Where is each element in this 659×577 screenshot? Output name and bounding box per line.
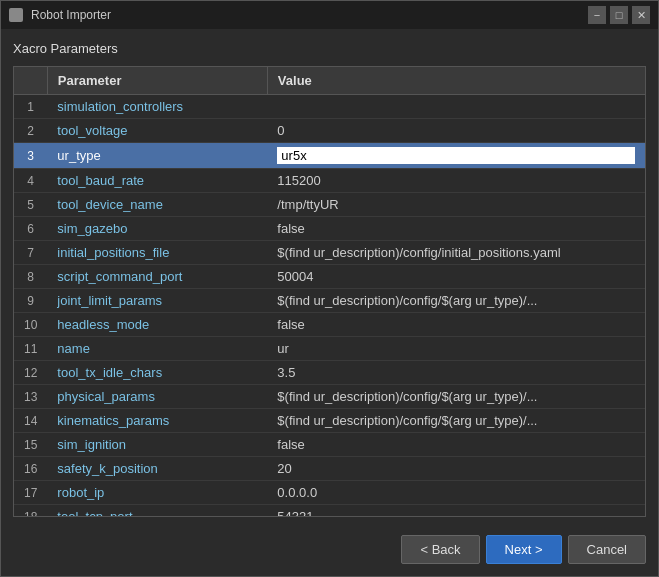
table-body: 1simulation_controllers2tool_voltage03ur… xyxy=(14,95,645,518)
row-value: 54321 xyxy=(267,505,645,518)
table-row[interactable]: 17robot_ip0.0.0.0 xyxy=(14,481,645,505)
row-number: 13 xyxy=(14,385,47,409)
row-param: joint_limit_params xyxy=(47,289,267,313)
row-param: tool_tx_idle_chars xyxy=(47,361,267,385)
table-row[interactable]: 10headless_modefalse xyxy=(14,313,645,337)
row-param: tool_device_name xyxy=(47,193,267,217)
row-number: 10 xyxy=(14,313,47,337)
row-number: 2 xyxy=(14,119,47,143)
row-value: 0.0.0.0 xyxy=(267,481,645,505)
table-row[interactable]: 5tool_device_name/tmp/ttyUR xyxy=(14,193,645,217)
row-number: 11 xyxy=(14,337,47,361)
table-row[interactable]: 6sim_gazebofalse xyxy=(14,217,645,241)
params-table-container[interactable]: Parameter Value 1simulation_controllers2… xyxy=(13,66,646,517)
back-button[interactable]: < Back xyxy=(401,535,479,564)
title-bar-left: Robot Importer xyxy=(9,8,111,22)
row-value: false xyxy=(267,217,645,241)
row-value: 20 xyxy=(267,457,645,481)
row-param: sim_gazebo xyxy=(47,217,267,241)
section-title: Xacro Parameters xyxy=(13,41,646,56)
row-value: 0 xyxy=(267,119,645,143)
table-row[interactable]: 8script_command_port50004 xyxy=(14,265,645,289)
col-parameter-header: Parameter xyxy=(47,67,267,95)
table-row[interactable]: 18tool_tcp_port54321 xyxy=(14,505,645,518)
table-row[interactable]: 14kinematics_params$(find ur_description… xyxy=(14,409,645,433)
params-table: Parameter Value 1simulation_controllers2… xyxy=(14,67,645,517)
row-number: 4 xyxy=(14,169,47,193)
table-row[interactable]: 1simulation_controllers xyxy=(14,95,645,119)
next-button[interactable]: Next > xyxy=(486,535,562,564)
row-number: 14 xyxy=(14,409,47,433)
row-value: 3.5 xyxy=(267,361,645,385)
row-param: headless_mode xyxy=(47,313,267,337)
table-row[interactable]: 15sim_ignitionfalse xyxy=(14,433,645,457)
row-number: 7 xyxy=(14,241,47,265)
row-param: initial_positions_file xyxy=(47,241,267,265)
row-value: false xyxy=(267,433,645,457)
robot-importer-window: Robot Importer − □ ✕ Xacro Parameters Pa… xyxy=(0,0,659,577)
row-param: tool_baud_rate xyxy=(47,169,267,193)
row-number: 6 xyxy=(14,217,47,241)
row-number: 1 xyxy=(14,95,47,119)
row-param: sim_ignition xyxy=(47,433,267,457)
footer: < Back Next > Cancel xyxy=(1,525,658,576)
row-value: ur xyxy=(267,337,645,361)
row-param: tool_tcp_port xyxy=(47,505,267,518)
table-row[interactable]: 16safety_k_position20 xyxy=(14,457,645,481)
row-param: ur_type xyxy=(47,143,267,169)
row-param: simulation_controllers xyxy=(47,95,267,119)
row-param: safety_k_position xyxy=(47,457,267,481)
content-area: Xacro Parameters Parameter Value 1simula… xyxy=(1,29,658,525)
row-number: 3 xyxy=(14,143,47,169)
row-number: 8 xyxy=(14,265,47,289)
row-number: 18 xyxy=(14,505,47,518)
table-row[interactable]: 4tool_baud_rate115200 xyxy=(14,169,645,193)
title-bar: Robot Importer − □ ✕ xyxy=(1,1,658,29)
table-row[interactable]: 7initial_positions_file$(find ur_descrip… xyxy=(14,241,645,265)
col-number-header xyxy=(14,67,47,95)
table-row[interactable]: 13physical_params$(find ur_description)/… xyxy=(14,385,645,409)
row-value: $(find ur_description)/config/$(arg ur_t… xyxy=(267,385,645,409)
row-value: $(find ur_description)/config/$(arg ur_t… xyxy=(267,409,645,433)
col-value-header: Value xyxy=(267,67,645,95)
row-value: $(find ur_description)/config/$(arg ur_t… xyxy=(267,289,645,313)
row-param: robot_ip xyxy=(47,481,267,505)
app-icon xyxy=(9,8,23,22)
minimize-button[interactable]: − xyxy=(588,6,606,24)
row-value: $(find ur_description)/config/initial_po… xyxy=(267,241,645,265)
row-number: 16 xyxy=(14,457,47,481)
row-number: 12 xyxy=(14,361,47,385)
row-value xyxy=(267,95,645,119)
row-param: physical_params xyxy=(47,385,267,409)
table-row[interactable]: 2tool_voltage0 xyxy=(14,119,645,143)
row-number: 5 xyxy=(14,193,47,217)
row-param: script_command_port xyxy=(47,265,267,289)
maximize-button[interactable]: □ xyxy=(610,6,628,24)
table-row[interactable]: 3ur_type xyxy=(14,143,645,169)
table-header-row: Parameter Value xyxy=(14,67,645,95)
value-input[interactable] xyxy=(277,147,635,164)
row-value: false xyxy=(267,313,645,337)
row-number: 17 xyxy=(14,481,47,505)
table-row[interactable]: 11nameur xyxy=(14,337,645,361)
row-number: 9 xyxy=(14,289,47,313)
table-row[interactable]: 12tool_tx_idle_chars3.5 xyxy=(14,361,645,385)
row-param: name xyxy=(47,337,267,361)
close-button[interactable]: ✕ xyxy=(632,6,650,24)
row-value: 115200 xyxy=(267,169,645,193)
row-value: /tmp/ttyUR xyxy=(267,193,645,217)
row-value: 50004 xyxy=(267,265,645,289)
row-param: tool_voltage xyxy=(47,119,267,143)
window-title: Robot Importer xyxy=(31,8,111,22)
table-row[interactable]: 9joint_limit_params$(find ur_description… xyxy=(14,289,645,313)
cancel-button[interactable]: Cancel xyxy=(568,535,646,564)
row-param: kinematics_params xyxy=(47,409,267,433)
window-controls: − □ ✕ xyxy=(588,6,650,24)
row-number: 15 xyxy=(14,433,47,457)
row-value[interactable] xyxy=(267,143,645,169)
